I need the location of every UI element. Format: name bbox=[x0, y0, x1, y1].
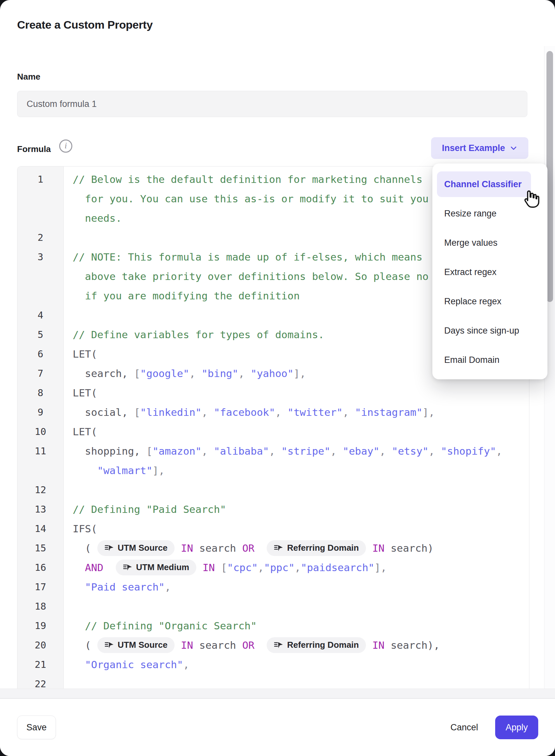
line-number: 15 bbox=[17, 539, 63, 558]
line-number: 10 bbox=[17, 422, 63, 441]
code-line: 18 bbox=[17, 597, 529, 616]
line-number: 3 bbox=[17, 247, 63, 267]
line-number: 17 bbox=[17, 578, 63, 597]
line-number: 18 bbox=[17, 597, 63, 616]
menu-item-merge-values[interactable]: Merge values bbox=[444, 238, 498, 248]
line-number: 20 bbox=[17, 636, 63, 655]
field-token-chip[interactable]: UTM Source bbox=[97, 637, 175, 653]
code-content[interactable]: ( UTM Source IN search OR Referring Doma… bbox=[63, 539, 529, 558]
field-token-icon bbox=[104, 641, 114, 649]
code-line: 14IFS( bbox=[17, 519, 529, 539]
dialog-footer: Save Cancel Apply bbox=[0, 699, 555, 756]
line-number: 22 bbox=[17, 674, 63, 689]
menu-item-channel-classifier[interactable]: Channel Classifier bbox=[444, 179, 522, 190]
code-content[interactable]: // Defining "Organic Search" bbox=[63, 616, 529, 636]
field-token-chip[interactable]: Referring Domain bbox=[267, 540, 366, 556]
formula-label: Formula bbox=[17, 144, 51, 154]
field-token-label: UTM Source bbox=[118, 539, 168, 558]
cancel-button[interactable]: Cancel bbox=[446, 716, 482, 739]
line-number: 2 bbox=[17, 228, 63, 247]
code-line: 21 "Organic search", bbox=[17, 655, 529, 674]
insert-example-label: Insert Example bbox=[442, 143, 505, 153]
line-number: 7 bbox=[17, 364, 63, 383]
code-line: 19 // Defining "Organic Search" bbox=[17, 616, 529, 636]
code-content[interactable]: IFS( bbox=[63, 519, 529, 539]
field-token-icon bbox=[274, 641, 283, 649]
menu-item-days-since-sign-up[interactable]: Days since sign-up bbox=[444, 326, 519, 336]
field-token-label: UTM Source bbox=[118, 636, 168, 655]
line-number bbox=[17, 286, 63, 306]
code-content[interactable]: "Organic search", bbox=[63, 655, 529, 674]
code-line: 13// Defining "Paid Search" bbox=[17, 500, 529, 519]
code-content[interactable]: AND UTM Medium IN ["cpc","ppc","paidsear… bbox=[63, 558, 529, 578]
line-number: 13 bbox=[17, 500, 63, 519]
menu-item-email-domain[interactable]: Email Domain bbox=[444, 355, 500, 365]
code-content[interactable] bbox=[63, 480, 529, 500]
menu-item-extract-regex[interactable]: Extract regex bbox=[444, 267, 497, 277]
field-token-label: UTM Medium bbox=[136, 558, 189, 577]
line-number bbox=[17, 208, 63, 228]
field-token-icon bbox=[274, 544, 283, 552]
create-custom-property-dialog: Create a Custom Property Name Formula i … bbox=[0, 0, 555, 756]
code-line: 10LET( bbox=[17, 422, 529, 441]
line-number: 11 bbox=[17, 441, 63, 461]
line-number: 5 bbox=[17, 325, 63, 345]
chevron-down-icon bbox=[510, 144, 517, 152]
insert-example-button[interactable]: Insert Example bbox=[431, 137, 528, 159]
name-label: Name bbox=[17, 72, 40, 82]
line-number: 14 bbox=[17, 519, 63, 539]
line-number: 19 bbox=[17, 616, 63, 636]
code-content[interactable]: LET( bbox=[63, 383, 529, 403]
apply-button[interactable]: Apply bbox=[495, 716, 538, 739]
code-content[interactable]: "Paid search", bbox=[63, 578, 529, 597]
code-content[interactable] bbox=[63, 597, 529, 616]
line-number: 8 bbox=[17, 383, 63, 403]
code-line: 15 ( UTM Source IN search OR Referring D… bbox=[17, 539, 529, 558]
name-input[interactable] bbox=[17, 91, 527, 117]
code-line: 12 bbox=[17, 480, 529, 500]
field-token-label: Referring Domain bbox=[287, 636, 359, 655]
field-token-icon bbox=[104, 544, 114, 552]
code-content[interactable]: // Defining "Paid Search" bbox=[63, 500, 529, 519]
save-button[interactable]: Save bbox=[17, 716, 56, 739]
field-token-icon bbox=[123, 563, 132, 571]
field-token-chip[interactable]: Referring Domain bbox=[267, 637, 366, 653]
code-content[interactable]: ( UTM Source IN search OR Referring Doma… bbox=[63, 636, 529, 655]
code-line: 8LET( bbox=[17, 383, 529, 403]
code-content[interactable]: LET( bbox=[63, 422, 529, 441]
line-number: 6 bbox=[17, 345, 63, 364]
field-token-chip[interactable]: UTM Source bbox=[97, 540, 175, 556]
line-number: 21 bbox=[17, 655, 63, 674]
line-number: 4 bbox=[17, 306, 63, 325]
code-line: 22 bbox=[17, 674, 529, 689]
code-content[interactable]: social, ["linkedin", "facebook", "twitte… bbox=[63, 403, 529, 422]
code-content[interactable]: "walmart"], bbox=[63, 461, 529, 480]
menu-item-replace-regex[interactable]: Replace regex bbox=[444, 296, 501, 307]
line-number: 9 bbox=[17, 403, 63, 422]
page-title: Create a Custom Property bbox=[17, 18, 153, 31]
insert-example-dropdown-menu: Channel ClassifierResize rangeMerge valu… bbox=[432, 163, 547, 379]
line-number: 12 bbox=[17, 480, 63, 500]
line-number bbox=[17, 461, 63, 480]
line-number bbox=[17, 267, 63, 286]
code-line: "walmart"], bbox=[17, 461, 529, 480]
code-content[interactable]: shopping, ["amazon", "alibaba", "stripe"… bbox=[63, 441, 529, 461]
code-line: 9 social, ["linkedin", "facebook", "twit… bbox=[17, 403, 529, 422]
info-icon[interactable]: i bbox=[59, 140, 72, 153]
line-number bbox=[17, 189, 63, 208]
vertical-scrollbar-thumb[interactable] bbox=[547, 51, 553, 302]
code-line: 16 AND UTM Medium IN ["cpc","ppc","paids… bbox=[17, 558, 529, 578]
field-token-chip[interactable]: UTM Medium bbox=[116, 560, 197, 575]
code-content[interactable] bbox=[63, 674, 529, 689]
code-line: 17 "Paid search", bbox=[17, 578, 529, 597]
code-line: 11 shopping, ["amazon", "alibaba", "stri… bbox=[17, 441, 529, 461]
code-line: 20 ( UTM Source IN search OR Referring D… bbox=[17, 636, 529, 655]
horizontal-scrollbar-track[interactable] bbox=[0, 688, 555, 699]
field-token-label: Referring Domain bbox=[287, 539, 359, 558]
menu-item-resize-range[interactable]: Resize range bbox=[444, 208, 497, 219]
line-number: 16 bbox=[17, 558, 63, 578]
line-number: 1 bbox=[17, 170, 63, 189]
